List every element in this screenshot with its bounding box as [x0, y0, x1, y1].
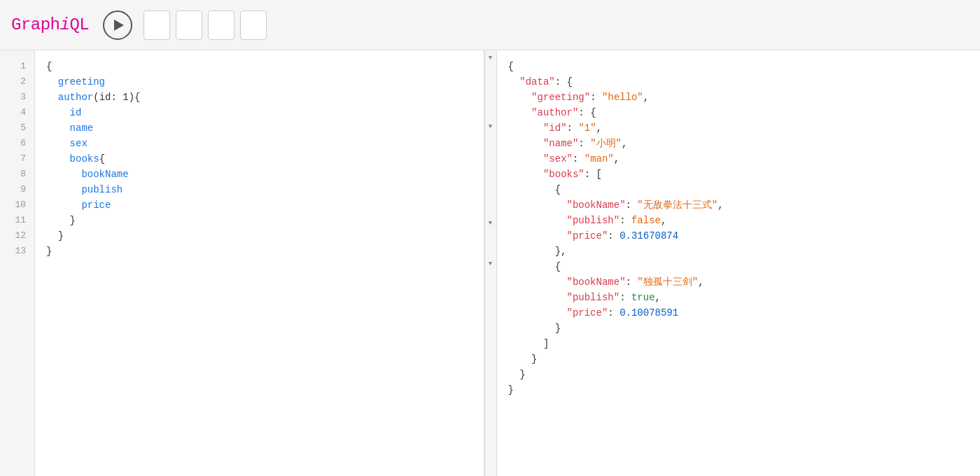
- collapse-arrow-1[interactable]: ▼: [484, 52, 497, 64]
- response-token: false: [631, 215, 661, 226]
- response-token: 0.31670874: [620, 230, 678, 241]
- collapse-arrow-2[interactable]: ▼: [484, 120, 497, 133]
- response-token: "1": [578, 122, 596, 134]
- line-number: 2: [0, 74, 34, 90]
- indent-space: [508, 92, 532, 103]
- code-token: bookName: [46, 169, 129, 180]
- indent-space: [508, 122, 543, 134]
- code-token: publish: [46, 184, 122, 195]
- code-token: }: [46, 246, 52, 257]
- indent-space: [508, 338, 543, 349]
- response-token: "price": [567, 230, 608, 241]
- response-token: }: [508, 384, 514, 396]
- indent-space: [508, 184, 555, 195]
- line-number: 3: [0, 90, 34, 105]
- response-token: ,: [661, 215, 666, 226]
- code-token: [46, 153, 70, 164]
- collapse-arrow-3[interactable]: ▼: [484, 217, 497, 230]
- response-token: :: [608, 230, 620, 241]
- indent-space: [508, 354, 532, 365]
- app-logo: GraphiQL: [11, 15, 89, 34]
- code-token: name: [46, 122, 93, 134]
- response-token: "hello": [602, 92, 643, 103]
- response-token: "books": [543, 169, 584, 180]
- response-token: :: [590, 92, 602, 103]
- code-token: }: [46, 230, 64, 241]
- line-number: 12: [0, 228, 34, 244]
- response-token: : {: [578, 107, 596, 118]
- indent-space: [508, 215, 567, 226]
- response-token: : {: [555, 76, 573, 88]
- line-number: 11: [0, 213, 34, 228]
- code-token: }: [46, 215, 76, 226]
- line-number: 8: [0, 167, 34, 182]
- response-token: {: [555, 184, 561, 195]
- indent-space: [508, 230, 567, 241]
- prettify-button[interactable]: [144, 10, 170, 40]
- response-token: :: [620, 215, 631, 226]
- line-number: 5: [0, 120, 34, 136]
- indent-space: [508, 76, 520, 88]
- line-number: 9: [0, 182, 34, 197]
- response-token: {: [555, 261, 561, 272]
- response-token: {: [508, 61, 514, 72]
- indent-space: [508, 307, 567, 318]
- line-number: 13: [0, 244, 34, 259]
- line-number: 1: [0, 59, 34, 74]
- line-number: 4: [0, 105, 34, 120]
- response-token: "greeting": [531, 92, 590, 103]
- response-token: }: [519, 369, 525, 380]
- main-area: 12345678910111213 { greeting author(id: …: [0, 50, 980, 476]
- response-token: ]: [543, 338, 549, 349]
- indent-space: [508, 369, 520, 380]
- response-token: "publish": [567, 292, 620, 303]
- response-token: "独孤十三剑": [637, 276, 698, 288]
- code-token: id: [46, 107, 81, 118]
- response-token: "小明": [590, 138, 622, 149]
- response-token: "price": [567, 307, 608, 318]
- panel-divider: ▼ ▼ ▼ ▼: [484, 50, 497, 476]
- code-token: {: [46, 61, 52, 72]
- query-editor[interactable]: { greeting author(id: 1){ id name sex bo…: [35, 50, 484, 476]
- response-token: }: [555, 323, 561, 334]
- indent-space: [508, 246, 555, 257]
- response-token: "data": [519, 76, 554, 88]
- response-token: "无敌拳法十三式": [637, 200, 718, 211]
- run-button[interactable]: [103, 10, 132, 40]
- code-token: greeting: [46, 76, 105, 88]
- response-token: },: [555, 246, 567, 257]
- response-token: ,: [596, 122, 602, 134]
- code-token: price: [46, 200, 111, 211]
- indent-space: [508, 138, 543, 149]
- toolbar: GraphiQL: [0, 0, 980, 50]
- indent-space: [508, 107, 532, 118]
- response-token: ,: [718, 200, 723, 211]
- indent-space: [508, 200, 567, 211]
- code-token: [46, 92, 58, 103]
- response-token: "man": [584, 153, 614, 164]
- line-numbers: 12345678910111213: [0, 50, 35, 476]
- response-token: :: [567, 122, 579, 134]
- copy-button[interactable]: [208, 10, 234, 40]
- collapse-arrow-4[interactable]: ▼: [484, 258, 497, 270]
- response-token: :: [573, 153, 584, 164]
- response-token: ,: [643, 92, 649, 103]
- code-token: books: [70, 153, 99, 164]
- logo-i: i: [60, 15, 70, 34]
- indent-space: [508, 153, 543, 164]
- history-button[interactable]: [240, 10, 267, 40]
- response-token: "bookName": [567, 276, 626, 288]
- response-token: "author": [531, 107, 578, 118]
- response-token: ,: [655, 292, 661, 303]
- code-token: (id: 1){: [93, 92, 140, 103]
- response-token: :: [620, 292, 631, 303]
- merge-button[interactable]: [176, 10, 202, 40]
- response-viewer: { "data": { "greeting": "hello", "author…: [497, 50, 981, 476]
- response-token: :: [578, 138, 590, 149]
- indent-space: [508, 169, 543, 180]
- line-number: 10: [0, 197, 34, 213]
- response-token: "sex": [543, 153, 573, 164]
- logo-ql: QL: [69, 15, 89, 34]
- indent-space: [508, 276, 567, 288]
- response-token: true: [631, 292, 655, 303]
